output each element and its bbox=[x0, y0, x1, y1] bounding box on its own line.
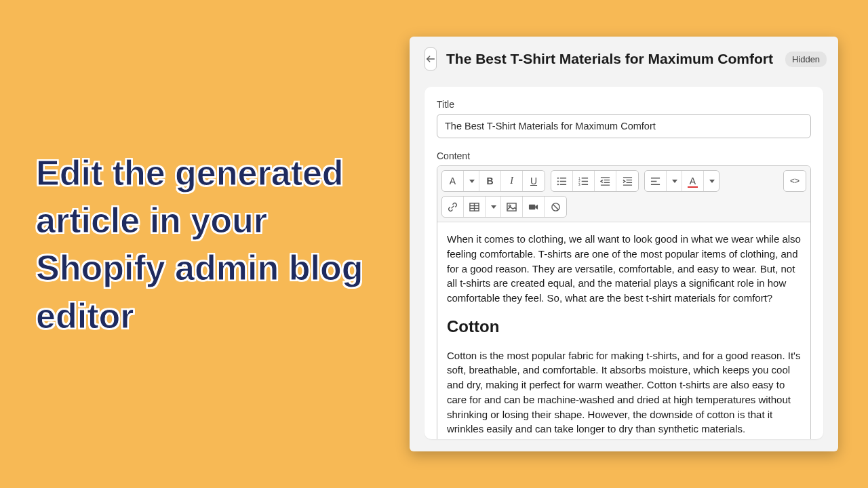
video-icon bbox=[528, 202, 538, 212]
bullet-list-button[interactable] bbox=[551, 171, 573, 191]
html-view-button[interactable]: <> bbox=[784, 171, 806, 191]
indent-icon bbox=[623, 176, 633, 186]
align-dropdown[interactable] bbox=[667, 171, 682, 191]
table-button[interactable] bbox=[464, 197, 486, 217]
numbered-list-icon: 123 bbox=[578, 176, 589, 186]
font-family-dropdown[interactable] bbox=[464, 171, 479, 191]
video-button[interactable] bbox=[523, 197, 545, 217]
outdent-icon bbox=[600, 176, 610, 186]
svg-point-29 bbox=[509, 205, 510, 206]
content-paragraph: Cotton is the most popular fabric for ma… bbox=[447, 348, 801, 437]
svg-text:3: 3 bbox=[578, 183, 580, 186]
image-button[interactable] bbox=[501, 197, 523, 217]
image-icon bbox=[507, 202, 517, 212]
svg-point-1 bbox=[557, 177, 559, 178]
table-icon bbox=[469, 202, 479, 212]
text-color-button[interactable]: A bbox=[682, 171, 704, 191]
align-icon bbox=[650, 176, 660, 186]
title-input[interactable] bbox=[437, 114, 811, 138]
bold-button[interactable]: B bbox=[479, 171, 501, 191]
content-heading: Cotton bbox=[447, 315, 801, 339]
rte-toolbar: A B I U 123 bbox=[437, 166, 810, 222]
rte-content-area[interactable]: When it comes to clothing, we all want t… bbox=[437, 222, 810, 439]
back-button[interactable] bbox=[425, 47, 437, 70]
table-dropdown[interactable] bbox=[486, 197, 501, 217]
arrow-left-icon bbox=[425, 54, 436, 64]
svg-point-5 bbox=[557, 184, 559, 185]
toolbar-group-insert bbox=[441, 196, 567, 218]
italic-button[interactable]: I bbox=[501, 171, 523, 191]
toolbar-group-html: <> bbox=[783, 170, 806, 192]
outdent-button[interactable] bbox=[595, 171, 616, 191]
link-icon bbox=[448, 202, 458, 212]
toolbar-group-list: 123 bbox=[551, 170, 639, 192]
font-family-button[interactable]: A bbox=[442, 171, 464, 191]
link-button[interactable] bbox=[442, 197, 464, 217]
editor-card: Title Content A B I U bbox=[425, 87, 823, 439]
content-label: Content bbox=[437, 150, 811, 161]
status-badge: Hidden bbox=[785, 52, 827, 67]
svg-line-33 bbox=[553, 204, 558, 209]
page-title: The Best T-Shirt Materials for Maximum C… bbox=[446, 51, 773, 67]
underline-button[interactable]: U bbox=[523, 171, 545, 191]
svg-rect-28 bbox=[507, 203, 516, 210]
svg-marker-31 bbox=[535, 204, 538, 209]
numbered-list-button[interactable]: 123 bbox=[573, 171, 595, 191]
svg-point-3 bbox=[557, 180, 559, 182]
svg-rect-30 bbox=[529, 204, 535, 209]
editor-header: The Best T-Shirt Materials for Maximum C… bbox=[410, 37, 838, 81]
indent-button[interactable] bbox=[616, 171, 638, 191]
title-label: Title bbox=[437, 99, 811, 110]
bullet-list-icon bbox=[557, 176, 567, 186]
editor-window: The Best T-Shirt Materials for Maximum C… bbox=[410, 37, 838, 451]
align-button[interactable] bbox=[645, 171, 667, 191]
text-color-dropdown[interactable] bbox=[704, 171, 719, 191]
clear-format-button[interactable] bbox=[545, 197, 566, 217]
no-format-icon bbox=[551, 202, 561, 212]
content-paragraph: When it comes to clothing, we all want t… bbox=[447, 232, 801, 306]
rich-text-editor: A B I U 123 bbox=[437, 165, 811, 439]
toolbar-group-align: A bbox=[644, 170, 719, 192]
promo-headline: Edit the generated article in your Shopi… bbox=[36, 149, 375, 340]
toolbar-group-font: A B I U bbox=[441, 170, 545, 192]
